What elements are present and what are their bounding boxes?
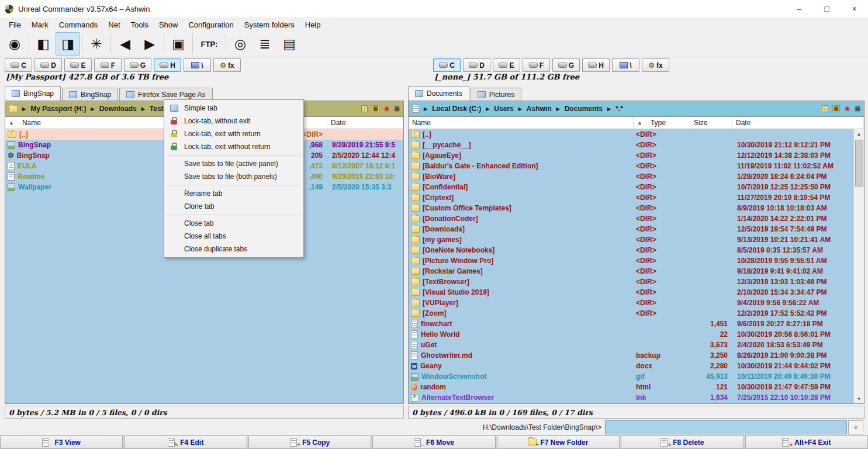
menu-help[interactable]: Help [300, 19, 326, 30]
drive-g-button-right[interactable]: G [552, 58, 580, 72]
quick-view-button[interactable]: ▤ [277, 32, 302, 56]
file-row[interactable]: [Confidential]<DIR>10/7/2019 12:25 12:25… [409, 182, 854, 192]
fx-button-right[interactable]: ⚙fx [642, 58, 669, 72]
context-menu-item-simple-tab[interactable]: Simple tab [164, 102, 303, 115]
context-menu-item-lock-tab-without-exit[interactable]: Lock-tab, without exit [164, 115, 303, 127]
fkey-f6-move[interactable]: →F6 Move [372, 436, 495, 449]
column-header-date[interactable]: Date [327, 117, 403, 129]
favorites-star-icon[interactable]: ★ [383, 105, 390, 112]
file-row[interactable]: [Zoom]<DIR>12/2/2019 17:52 5:52:42 PM [409, 308, 854, 319]
file-row[interactable]: [..]<DIR> [409, 129, 854, 140]
fkey-alt-f4-exit[interactable]: ×Alt+F4 Exit [745, 436, 868, 449]
file-row[interactable]: Hello World2210/30/2019 20:56 8:56:01 PM [409, 329, 854, 340]
file-row[interactable]: [Criptext]<DIR>11/27/2019 20:10 8:10:54 … [409, 192, 854, 203]
search-button[interactable]: ◎ [228, 32, 253, 56]
fx-button-left[interactable]: ⚙fx [213, 58, 241, 72]
breadcrumb-segment[interactable]: Test [150, 105, 164, 113]
breadcrumb-segment[interactable]: *.* [615, 105, 623, 113]
menu-mark[interactable]: Mark [26, 19, 54, 30]
drive-c-button-right[interactable]: C [433, 58, 461, 72]
ftp-button[interactable]: FTP: [195, 32, 224, 56]
file-row[interactable]: randomhtml12110/30/2019 21:47 9:47:59 PM [409, 382, 854, 392]
tab-firefox-save-page-as[interactable]: Firefox Save Page As [119, 88, 212, 101]
column-header-size[interactable]: Size [690, 117, 732, 129]
menu-commands[interactable]: Commands [54, 19, 103, 30]
drive-d-button-right[interactable]: D [463, 58, 490, 72]
menu-system-folders[interactable]: System folders [239, 19, 300, 30]
file-row[interactable]: [Custom Office Templates]<DIR>8/9/2019 1… [409, 203, 854, 213]
tab-pictures[interactable]: Pictures [471, 88, 521, 101]
file-row[interactable]: [TextBrowser]<DIR>12/3/2019 13:03 1:03:4… [409, 277, 854, 287]
fkey-f4-edit[interactable]: ✎F4 Edit [124, 436, 247, 449]
file-row[interactable]: uGet3,6732/4/2020 18:53 6:53:49 PM [409, 340, 854, 350]
drive-g-button-left[interactable]: G [124, 58, 151, 72]
hotlist-icon[interactable]: ▦ [832, 105, 840, 112]
network-path-button-right[interactable]: \ [612, 58, 639, 72]
multi-rename-button[interactable]: ✳ [84, 32, 109, 56]
drive-f-button-right[interactable]: F [523, 58, 550, 72]
drive-d-button-left[interactable]: D [34, 58, 62, 72]
context-menu-item-close-tab[interactable]: Close tab [164, 217, 303, 230]
context-menu-item-rename-tab[interactable]: Rename tab [164, 187, 303, 200]
folder-compare-button[interactable]: ▣ [166, 32, 191, 56]
file-row[interactable]: [Visual Studio 2019]<DIR>2/10/2020 15:34… [409, 287, 854, 298]
file-row[interactable]: [my games]<DIR>9/13/2019 10:21 10:21:41 … [409, 234, 854, 245]
hotlist-icon[interactable]: ▦ [372, 105, 379, 112]
menu-show[interactable]: Show [154, 19, 184, 30]
context-menu-item-lock-tab-exit-without-return[interactable]: Lock-tab, exit without return [164, 140, 303, 153]
drive-f-button-left[interactable]: F [94, 58, 122, 72]
file-row[interactable]: Geanydocx2,28010/30/2019 21:44 9:44:02 P… [409, 361, 854, 371]
breadcrumb-segment[interactable]: Documents [565, 105, 603, 113]
tree-view-icon[interactable]: ≣ [855, 105, 860, 112]
fkey-f5-copy[interactable]: +F5 Copy [248, 436, 371, 449]
file-row[interactable]: [DonationCoder]<DIR>1/14/2020 14:22 2:22… [409, 213, 854, 224]
scroll-up-icon[interactable]: ▲ [854, 129, 864, 139]
close-button[interactable]: × [841, 0, 868, 18]
fkey-f3-view[interactable]: F3 View [0, 436, 123, 449]
dir-history-icon[interactable]: ↓ [361, 105, 368, 112]
file-row[interactable]: AlternateTextBrowserlnk1,6347/25/2015 22… [409, 392, 854, 403]
menu-file[interactable]: File [4, 19, 26, 30]
tree-view-icon[interactable]: ≣ [394, 105, 400, 112]
tab-documents[interactable]: Documents [408, 86, 469, 101]
context-menu-item-lock-tab-exit-with-return[interactable]: Lock-tab, exit with return [164, 127, 303, 140]
forward-button[interactable]: ▶ [137, 32, 162, 56]
fkey-f8-delete[interactable]: ×F8 Delete [621, 436, 743, 449]
context-menu-item-clone-tab[interactable]: Clone tab [164, 200, 303, 213]
context-menu-item-close-duplicate-tabs[interactable]: Close duplicate tabs [164, 243, 303, 255]
file-row[interactable]: [Rockstar Games]<DIR>9/18/2019 9:41 9:41… [409, 266, 854, 277]
scroll-down-icon[interactable]: ▼ [854, 394, 864, 403]
context-menu-item-close-all-tabs[interactable]: Close all tabs [164, 230, 303, 243]
fkey-f7-new-folder[interactable]: +F7 New Folder [497, 436, 620, 449]
file-row[interactable]: [BioWare]<DIR>1/28/2020 18:24 6:24:04 PM [409, 171, 854, 182]
file-row[interactable]: [VUPlayer]<DIR>9/4/2019 9:56 9:56:22 AM [409, 298, 854, 308]
file-row[interactable]: WindowScreenshotgif45,91310/11/2019 20:4… [409, 371, 854, 382]
vertical-scrollbar[interactable]: ▲▼ [853, 129, 864, 403]
file-row[interactable]: [AgaueEye]<DIR>12/12/2019 14:38 2:38:03 … [409, 150, 854, 161]
scrollbar-thumb[interactable] [855, 140, 863, 186]
drive-c-button-left[interactable]: C [5, 58, 32, 72]
directory-tree-button[interactable]: ≣ [253, 32, 277, 56]
breadcrumb-segment[interactable]: My Passport (H:) [30, 105, 86, 113]
vertical-panels-button[interactable]: ◨ [56, 32, 80, 56]
file-row[interactable]: Ghostwriter.mdbackup3,2508/26/2019 21:00… [409, 350, 854, 361]
file-row[interactable]: [Downloads]<DIR>12/5/2019 19:54 7:54:49 … [409, 224, 854, 234]
breadcrumb-segment[interactable]: Local Disk (C:) [432, 105, 481, 113]
breadcrumb-segment[interactable]: Ashwin [527, 105, 552, 113]
maximize-button[interactable]: □ [813, 0, 841, 18]
dir-history-icon[interactable]: ↓ [822, 105, 828, 112]
drive-e-button-right[interactable]: E [493, 58, 520, 72]
network-path-button-left[interactable]: \ [184, 58, 211, 72]
tab-bingsnap[interactable]: BingSnap [5, 86, 61, 101]
file-row[interactable]: flowchart1,4519/6/2019 20:27 8:27:18 PM [409, 319, 854, 329]
file-row[interactable]: [__pycache__]<DIR>10/30/2019 21:12 9:12:… [409, 140, 854, 150]
command-history-dropdown[interactable]: ∨ [848, 420, 863, 434]
menu-tools[interactable]: Tools [126, 19, 154, 30]
menu-net[interactable]: Net [103, 19, 125, 30]
minimize-button[interactable]: – [786, 0, 813, 18]
column-header-name[interactable]: Name [409, 117, 634, 129]
context-menu-item-save-tabs-to-file-active-panel[interactable]: Save tabs to file (active panel) [164, 157, 303, 170]
menu-configuration[interactable]: Configuration [183, 19, 238, 30]
favorites-star-icon[interactable]: ★ [844, 105, 850, 112]
breadcrumb-segment[interactable]: Users [494, 105, 513, 113]
